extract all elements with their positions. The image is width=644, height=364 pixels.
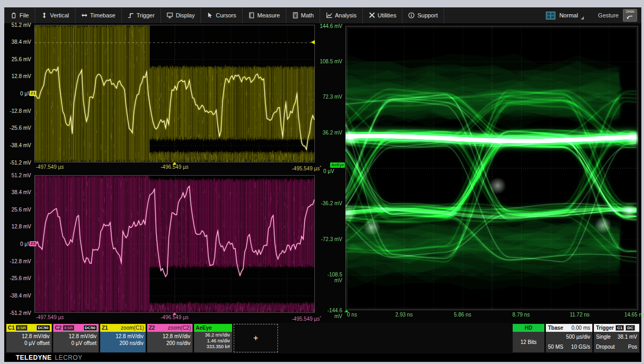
- trace-descriptor-z1[interactable]: Z1zoom(C1)12.8 mV/div200 ns/div: [100, 324, 146, 352]
- z2-waveform-grid[interactable]: [34, 175, 315, 313]
- trace-descriptor-aeeye[interactable]: AeEye36.2 mV/div1.46 ns/div333.350 k#: [194, 324, 232, 352]
- trace-descriptor-z2[interactable]: Z2zoom(C2)12.8 mV/div200 ns/div: [147, 324, 193, 352]
- y-axis-label: 12.8 mV: [7, 224, 31, 229]
- y-axis-label: 108.5 mV: [318, 59, 342, 64]
- descriptor-body: 12.8 mV/div200 ns/div: [100, 332, 146, 352]
- menu-right-controls: Normal Gesture Undo: [544, 9, 641, 22]
- y-axis-label: 25.6 mV: [7, 56, 31, 62]
- menu-item-measure[interactable]: Measure: [243, 7, 286, 23]
- trigger-offscreen-marker: *: [320, 165, 321, 169]
- descriptor-line: 12.8 mV/div: [6, 333, 50, 340]
- hd-status-box[interactable]: HD 12 Bits: [513, 324, 544, 352]
- menu-item-utilities[interactable]: Utilities: [363, 7, 402, 23]
- trace-descriptor-c1[interactable]: C1ESRDC5012.8 mV/div0 µV offset: [6, 324, 52, 352]
- display-icon: [167, 12, 173, 18]
- menu-item-support[interactable]: Support: [402, 7, 444, 23]
- cursors-icon: [207, 12, 213, 18]
- menu-item-label: Display: [176, 12, 195, 18]
- trigger-status-box[interactable]: Trigger C1 DC Single 38.1 mV Dropout Pos: [594, 324, 639, 352]
- descriptor-header: Z2zoom(C2): [147, 324, 193, 332]
- grid-layout-icon: [546, 12, 555, 20]
- undo-label: Undo: [626, 9, 635, 13]
- descriptor-line: 12.8 mV/div: [100, 333, 143, 340]
- support-icon: [408, 12, 415, 18]
- menu-item-cursors[interactable]: Cursors: [201, 7, 243, 23]
- add-trace-button[interactable]: +: [234, 324, 278, 352]
- z1-trace-tag[interactable]: Z1: [30, 91, 36, 96]
- y-axis-label: -25.6 mV: [7, 275, 31, 281]
- undo-arrow-icon: [627, 13, 633, 21]
- analysis-icon: [326, 12, 332, 18]
- descriptor-line: 12.8 mV/div: [53, 333, 97, 340]
- menu-item-label: Utilities: [378, 12, 396, 18]
- descriptor-subtitle: zoom(C1): [121, 325, 144, 331]
- trigger-level-marker[interactable]: [311, 40, 315, 44]
- math-icon: [292, 12, 299, 18]
- descriptor-line: 333.350 k#: [194, 344, 230, 350]
- vertical-icon: [41, 12, 47, 18]
- menu-item-file[interactable]: File: [4, 7, 35, 23]
- menu-item-label: Trigger: [137, 12, 155, 18]
- plus-icon: +: [253, 333, 258, 343]
- descriptor-line: 200 ns/div: [147, 340, 190, 347]
- y-axis-label: -36.2 mV: [318, 200, 342, 206]
- menu-item-trigger[interactable]: Trigger: [122, 7, 161, 23]
- trigger-source-badge: C1: [616, 325, 624, 331]
- menu-item-label: Math: [301, 12, 314, 18]
- aeeye-trace-tag[interactable]: AeEye: [330, 162, 345, 168]
- display-layout-button[interactable]: Normal: [544, 11, 585, 21]
- file-icon: [11, 12, 17, 18]
- y-axis-label: -144.6 mV: [318, 308, 342, 319]
- gesture-label: Gesture: [598, 12, 619, 18]
- y-axis-label: 38.4 mV: [7, 39, 31, 45]
- menu-items: FileVerticalTimebaseTriggerDisplayCursor…: [4, 7, 444, 23]
- menu-item-timebase[interactable]: Timebase: [75, 7, 122, 23]
- coupling-badge: DC50: [83, 325, 97, 331]
- descriptor-subtitle: zoom(C2): [168, 325, 191, 331]
- descriptor-title: C1: [8, 325, 15, 331]
- descriptor-line: 36.2 mV/div: [194, 332, 230, 338]
- hd-label: HD: [525, 325, 532, 331]
- oscilloscope-app: FileVerticalTimebaseTriggerDisplayCursor…: [4, 7, 641, 362]
- descriptor-line: 1.46 ns/div: [194, 338, 230, 344]
- menu-item-label: Measure: [257, 12, 280, 18]
- trigger-mode: Single: [596, 334, 611, 340]
- y-axis-label: -51.2 mV: [7, 310, 31, 316]
- descriptor-header: C1ESRDC50: [6, 324, 52, 332]
- y-axis-label: 72.3 mV: [318, 94, 342, 100]
- trigger-type: Dropout: [596, 344, 615, 350]
- coupling-badge: DC50: [36, 325, 50, 331]
- menu-item-label: Vertical: [50, 12, 69, 18]
- y-axis-label: -51.2 mV: [7, 160, 31, 166]
- timebase-status-box[interactable]: Tbase 0.00 ms 500 µs/div 50 MS 10 GS/s: [546, 324, 592, 352]
- y-axis-label: 0 µV: [7, 91, 31, 97]
- x-axis-label: -496.549 µs: [122, 164, 227, 170]
- descriptor-header: C2ESRDC50: [53, 324, 99, 332]
- descriptor-header: AeEye: [194, 324, 232, 332]
- descriptor-title: Z2: [149, 325, 155, 331]
- y-axis-label: -12.8 mV: [7, 108, 31, 114]
- y-axis-label: 51.2 mV: [7, 22, 31, 28]
- tbase-rate: 10 GS/s: [571, 344, 590, 350]
- menu-item-math[interactable]: Math: [286, 7, 320, 23]
- y-axis-label: -38.4 mV: [7, 293, 31, 299]
- descriptor-body: 12.8 mV/div200 ns/div: [147, 332, 193, 352]
- descriptor-line: 0 µV offset: [6, 340, 50, 347]
- descriptor-title: Z1: [102, 325, 108, 331]
- z1-waveform-grid[interactable]: [34, 25, 315, 162]
- eye-diagram-grid[interactable]: [345, 26, 638, 310]
- menu-item-display[interactable]: Display: [161, 7, 201, 23]
- descriptor-header: Z1zoom(C1): [100, 324, 146, 332]
- undo-button[interactable]: Undo: [623, 9, 637, 22]
- menu-item-vertical[interactable]: Vertical: [35, 7, 75, 23]
- menu-item-analysis[interactable]: Analysis: [320, 7, 363, 23]
- trigger-label: Trigger: [596, 325, 614, 331]
- y-axis-label: 144.6 mV: [318, 23, 342, 29]
- trace-descriptor-c2[interactable]: C2ESRDC5012.8 mV/div0 µV offset: [53, 324, 99, 352]
- eye-zero-label: 0 µV: [323, 168, 334, 174]
- z2-trace-tag[interactable]: Z2: [30, 241, 36, 246]
- timebase-icon: [81, 12, 88, 18]
- measure-icon: [248, 12, 255, 18]
- descriptor-title: C2: [55, 325, 62, 331]
- sample-mode-badge: ESR: [63, 325, 74, 331]
